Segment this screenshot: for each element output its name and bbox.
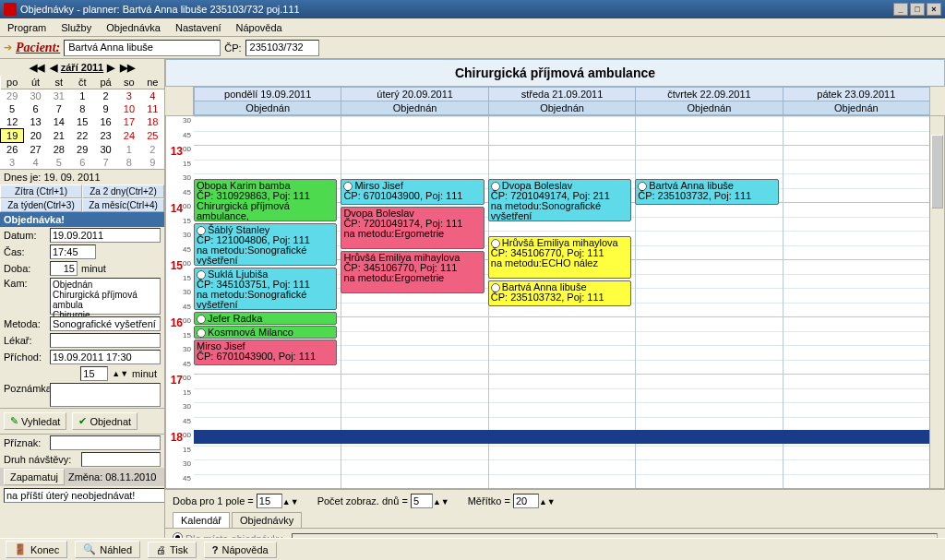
prev-year-icon[interactable]: ◀◀ (28, 62, 46, 74)
next-month-icon[interactable]: ▶ (105, 62, 116, 74)
cal-day[interactable]: 13 (24, 115, 47, 129)
menu-program[interactable]: Program (0, 22, 54, 33)
minimize-button[interactable]: _ (893, 3, 908, 16)
cal-day[interactable]: 7 (94, 156, 117, 169)
cal-day[interactable]: 20 (24, 129, 47, 143)
next-year-icon[interactable]: ▶▶ (118, 62, 137, 74)
appointment[interactable]: Obopa Karim bamba ČP: 310929863, Poj: 11… (194, 179, 337, 221)
status-tisk[interactable]: 🖨Tisk (148, 542, 197, 558)
cal-day[interactable]: 1 (117, 143, 140, 157)
cal-day[interactable]: 2 (94, 89, 117, 103)
cal-day[interactable]: 28 (47, 143, 70, 157)
cal-day[interactable]: 5 (1, 102, 24, 115)
cal-day[interactable]: 30 (24, 89, 47, 103)
cal-day[interactable]: 15 (71, 115, 94, 129)
appointment[interactable]: Hrůvšá Emiliya mihaylova ČP: 345106770, … (488, 236, 631, 279)
appointment[interactable]: Kosmnová Milanco (194, 326, 337, 339)
pocet-select[interactable] (411, 494, 433, 508)
zapamatuj-button[interactable]: Zapamatuj (4, 469, 65, 485)
cal-day[interactable]: 4 (24, 156, 47, 169)
cal-day[interactable]: 6 (24, 102, 47, 115)
appointment[interactable]: Mirso Jisef ČP: 6701043900, Poj: 111 (341, 179, 484, 205)
cal-day[interactable]: 9 (94, 102, 117, 115)
cal-day[interactable]: 11 (141, 102, 164, 115)
menu-nastaveni[interactable]: Nastavení (168, 22, 229, 33)
cal-day[interactable]: 1 (71, 89, 94, 103)
cal-day[interactable]: 16 (94, 115, 117, 129)
cal-day[interactable]: 18 (141, 115, 164, 129)
patient-name-input[interactable]: Bartvá Anna libuše (64, 40, 221, 56)
status-napoveda[interactable]: ?Nápověda (204, 542, 277, 558)
cal-day[interactable]: 31 (47, 89, 70, 103)
cal-day[interactable]: 3 (117, 89, 140, 103)
tab-kalendar[interactable]: Kalendář (173, 512, 230, 528)
doba-select[interactable] (257, 494, 282, 508)
appointment[interactable]: Bartvá Anna libuše ČP: 235103732, Poj: 1… (635, 179, 778, 205)
find-button[interactable]: ✎Vyhledat (4, 412, 66, 430)
menu-napoveda[interactable]: Nápověda (228, 22, 289, 33)
appointment[interactable]: Suklá Ljubiša ČP: 345103751, Poj: 111 na… (194, 268, 337, 310)
cp-input[interactable]: 235103/732 (245, 40, 319, 56)
priznak-input[interactable] (50, 435, 161, 450)
cal-day[interactable]: 9 (141, 156, 164, 169)
menu-objednavka[interactable]: Objednávka (99, 22, 168, 33)
status-nahled[interactable]: 🔍Náhled (75, 541, 140, 558)
druh-input[interactable] (81, 452, 161, 467)
cal-day[interactable]: 24 (117, 129, 140, 143)
cal-day[interactable]: 29 (1, 89, 24, 103)
shortcut-tomorrow[interactable]: Zítra (Ctrl+1) (0, 185, 82, 198)
cal-day[interactable]: 7 (47, 102, 70, 115)
lekar-input[interactable] (50, 333, 161, 348)
cal-day[interactable]: 19 (1, 129, 24, 143)
cal-day[interactable]: 30 (94, 143, 117, 157)
prichod-input[interactable] (50, 350, 161, 364)
metoda-input[interactable] (50, 316, 161, 331)
cal-day[interactable]: 2 (141, 143, 164, 157)
appointment[interactable]: Jefer Radka (194, 312, 337, 325)
scrollbar-thumb[interactable] (931, 135, 943, 209)
date-input[interactable] (50, 228, 161, 243)
cal-day[interactable]: 21 (47, 129, 70, 143)
cal-day[interactable]: 23 (94, 129, 117, 143)
poznamka-input[interactable] (50, 383, 161, 407)
kam-input[interactable]: Objednán Chirurgická příjmová ambula Chi… (50, 278, 161, 315)
cal-day[interactable]: 10 (117, 102, 140, 115)
prichod-min-input[interactable] (80, 366, 108, 381)
shortcut-2days[interactable]: Za 2 dny(Ctrl+2) (82, 185, 164, 198)
cal-day[interactable]: 29 (71, 143, 94, 157)
meritko-select[interactable] (513, 494, 539, 508)
cal-day[interactable]: 27 (24, 143, 47, 157)
close-button[interactable]: × (927, 3, 941, 16)
maximize-button[interactable]: □ (910, 3, 925, 16)
cal-day[interactable]: 4 (141, 89, 164, 103)
menu-sluzby[interactable]: Služby (54, 22, 99, 33)
cal-day[interactable]: 25 (141, 129, 164, 143)
cal-day[interactable]: 3 (1, 156, 24, 169)
cal-day[interactable]: 8 (117, 156, 140, 169)
cal-day[interactable]: 17 (117, 115, 140, 129)
dur-input[interactable] (50, 261, 78, 276)
appointment[interactable]: Mirso Jisef ČP: 6701043900, Poj: 111 (194, 340, 337, 365)
cal-day[interactable]: 8 (71, 102, 94, 115)
mini-calendar[interactable]: poútstčtpásone 2930311234567891011121314… (0, 76, 164, 169)
prev-month-icon[interactable]: ◀ (48, 62, 59, 74)
appointment[interactable]: Šáblý Stanley ČP: 121004806, Poj: 111 na… (194, 223, 337, 266)
book-button[interactable]: ✔Objednat (72, 412, 138, 430)
appointment[interactable]: Dvopa Boleslav ČP: 7201049174, Poj: 211 … (488, 179, 631, 221)
status-konec[interactable]: 🚪Konec (6, 541, 67, 558)
tab-objednavky[interactable]: Objednávky (232, 512, 302, 528)
shortcut-week[interactable]: Za týden(Ctrl+3) (0, 198, 82, 212)
appointment[interactable]: Dvopa Boleslav ČP: 7201049174, Poj: 111 … (341, 207, 484, 249)
shortcut-month[interactable]: Za měsíc(Ctrl+4) (82, 198, 164, 212)
planner-grid[interactable]: 0015304513001530451400153045150015304516… (165, 115, 945, 489)
appointment[interactable]: Bartvá Anna libuše ČP: 235103732, Poj: 1… (488, 280, 631, 306)
cal-day[interactable]: 22 (71, 129, 94, 143)
scrollbar[interactable] (929, 116, 944, 488)
cal-day[interactable]: 12 (1, 115, 24, 129)
cal-day[interactable]: 14 (47, 115, 70, 129)
cal-day[interactable]: 5 (47, 156, 70, 169)
cal-day[interactable]: 26 (1, 143, 24, 157)
cal-day[interactable]: 6 (71, 156, 94, 169)
time-input[interactable] (50, 244, 96, 259)
appointment[interactable]: Hrůvšá Emiliya mihaylova ČP: 345106770, … (341, 251, 484, 293)
